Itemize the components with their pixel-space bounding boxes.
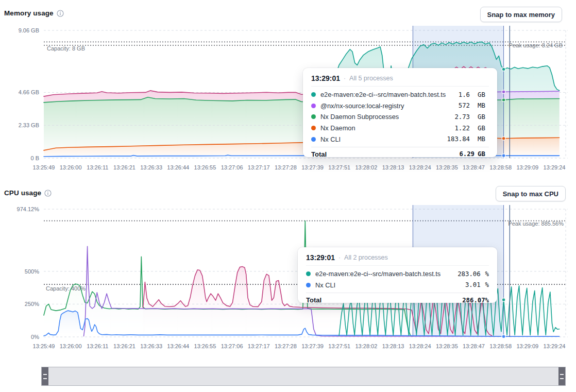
tooltip-row: e2e-maven:e2e-ci--src/maven-batch.test.t…	[311, 89, 489, 100]
brush-handle-left[interactable]	[42, 367, 48, 385]
memory-x-tick-label: 13:27:51	[328, 164, 350, 171]
tooltip-header: 13:29:01 · All 5 processes	[311, 73, 489, 87]
tooltip-total-row: Total 286.07 %	[306, 293, 489, 304]
memory-y-tick-label: 9.06 GB	[2, 27, 39, 33]
charts-canvas[interactable]	[0, 0, 576, 392]
snap-to-max-memory-button[interactable]: Snap to max memory	[480, 7, 563, 22]
memory-x-tick-label: 13:26:44	[167, 164, 189, 171]
memory-x-tick-label: 13:27:39	[301, 164, 324, 171]
memory-x-tick-label: 13:28:58	[489, 164, 512, 171]
cpu-tooltip: 13:29:01 · All 2 processes e2e-maven:e2e…	[298, 247, 497, 303]
cpu-x-tick-label: 13:28:47	[463, 343, 485, 349]
grip-icon	[560, 374, 564, 379]
process-value-unit: GB	[478, 125, 489, 132]
memory-x-tick-label: 13:28:35	[436, 164, 458, 171]
memory-hover-marker-nx-daemon-subprocesses	[502, 98, 505, 102]
memory-x-tick-label: 13:26:11	[87, 164, 108, 171]
cpu-usage-title: CPU usage	[4, 189, 41, 197]
memory-capacity-label: Capacity: 8 GB	[47, 45, 85, 52]
memory-x-tick-label: 13:26:21	[113, 164, 135, 171]
cpu-x-tick-label: 13:29:24	[544, 343, 566, 349]
tooltip-separator: ·	[338, 254, 341, 261]
process-name: Nx CLI	[320, 135, 443, 143]
memory-x-tick-label: 13:28:13	[382, 164, 404, 171]
process-value: 183.84	[447, 135, 470, 143]
memory-hover-marker-local-registry	[502, 90, 505, 94]
cpu-x-tick-label: 13:29:09	[516, 343, 538, 349]
tooltip-time: 13:29:01	[306, 253, 335, 262]
process-value-unit: MB	[478, 102, 489, 109]
snap-to-max-cpu-button[interactable]: Snap to max CPU	[496, 186, 566, 201]
memory-peak-label: Peak usage: 8.24 GB	[509, 42, 563, 48]
tooltip-header: 13:29:01 · All 2 processes	[306, 252, 489, 266]
memory-y-tick-label: 0 B	[2, 155, 39, 161]
cpu-x-tick-label: 13:27:06	[221, 343, 243, 349]
process-value: 283.06	[458, 270, 480, 278]
tooltip-subtitle: All 5 processes	[349, 75, 393, 82]
cpu-x-tick-label: 13:25:49	[33, 343, 55, 349]
memory-x-tick-label: 13:29:09	[516, 164, 538, 171]
memory-x-tick-label: 13:27:17	[248, 164, 270, 171]
brush-handle-right[interactable]	[558, 367, 565, 385]
memory-hover-marker-nx-daemon	[502, 137, 505, 140]
cpu-x-tick-label: 13:26:00	[60, 343, 82, 349]
process-name: Nx Daemon	[320, 124, 450, 132]
cpu-x-tick-label: 13:28:02	[355, 343, 377, 349]
cpu-x-tick-label: 13:28:13	[382, 343, 404, 349]
process-value: 2.73	[454, 113, 470, 121]
process-color-dot-icon	[311, 92, 316, 97]
process-name: e2e-maven:e2e-ci--src/maven-batch.test.t…	[320, 91, 454, 98]
process-name: e2e-maven:e2e-ci--src/maven-batch.test.t…	[315, 270, 453, 278]
tooltip-time: 13:29:01	[311, 74, 340, 82]
tooltip-rows: e2e-maven:e2e-ci--src/maven-batch.test.t…	[311, 87, 489, 147]
cpu-x-tick-label: 13:26:33	[140, 343, 162, 349]
memory-usage-header: Memory usage	[4, 9, 64, 17]
cpu-x-tick-label: 13:27:39	[301, 343, 324, 349]
memory-x-tick-label: 13:29:24	[544, 164, 566, 171]
cpu-x-tick-label: 13:27:51	[328, 343, 350, 349]
cpu-y-tick-label: 0%	[2, 334, 39, 340]
memory-hover-marker-e2e-maven	[502, 67, 505, 71]
grip-icon	[43, 374, 47, 379]
cpu-y-tick-label: 974.12%	[2, 206, 39, 212]
memory-x-tick-label: 13:28:47	[463, 164, 485, 171]
memory-y-tick-label: 2.33 GB	[2, 122, 39, 128]
process-color-dot-icon	[306, 283, 311, 287]
cpu-x-tick-label: 13:27:28	[275, 343, 297, 349]
cpu-peak-label: Peak usage: 885.56%	[508, 220, 564, 227]
cpu-capacity-label: Capacity: 400%	[46, 285, 86, 292]
cpu-x-tick-label: 13:28:35	[436, 343, 458, 349]
cpu-x-tick-label: 13:28:24	[409, 343, 431, 349]
process-name: Nx Daemon Subprocesses	[320, 113, 450, 121]
process-color-dot-icon	[306, 271, 311, 276]
cpu-hover-marker-nx-cli	[502, 335, 505, 338]
brush-track[interactable]	[48, 367, 558, 385]
tooltip-row: Nx Daemon Subprocesses2.73GB	[311, 111, 489, 123]
cpu-hover-marker-e2e-maven	[502, 298, 505, 302]
memory-x-tick-label: 13:28:24	[409, 164, 431, 171]
process-value: 1.6	[459, 91, 470, 98]
memory-x-tick-label: 13:28:02	[355, 164, 377, 171]
memory-x-tick-label: 13:27:06	[221, 164, 243, 171]
memory-hover-marker-nx-cli	[502, 154, 505, 158]
cpu-x-tick-label: 13:28:58	[489, 343, 512, 349]
info-icon[interactable]	[57, 10, 64, 17]
tooltip-total-label: Total	[311, 150, 459, 158]
tooltip-row: Nx Daemon1.22GB	[311, 123, 489, 134]
process-name: Nx CLI	[315, 281, 461, 289]
time-range-brush[interactable]	[41, 367, 566, 386]
tooltip-rows: e2e-maven:e2e-ci--src/maven-batch.test.t…	[306, 266, 489, 293]
process-color-dot-icon	[311, 114, 316, 119]
info-icon[interactable]	[44, 190, 52, 197]
tooltip-separator: ·	[344, 75, 346, 82]
cpu-x-tick-label: 13:26:44	[167, 343, 189, 349]
cpu-x-tick-label: 13:26:55	[194, 343, 216, 349]
process-color-dot-icon	[311, 126, 316, 130]
process-name: @nx/nx-source:local-registry	[320, 102, 454, 110]
tooltip-total-unit: GB	[478, 150, 489, 158]
memory-x-tick-label: 13:25:49	[33, 164, 55, 171]
tooltip-row: @nx/nx-source:local-registry572MB	[311, 100, 489, 112]
process-value-unit: %	[485, 270, 489, 278]
process-value: 572	[459, 102, 470, 109]
process-graphs-page: Memory usage Snap to max memory CPU usag…	[0, 0, 576, 392]
